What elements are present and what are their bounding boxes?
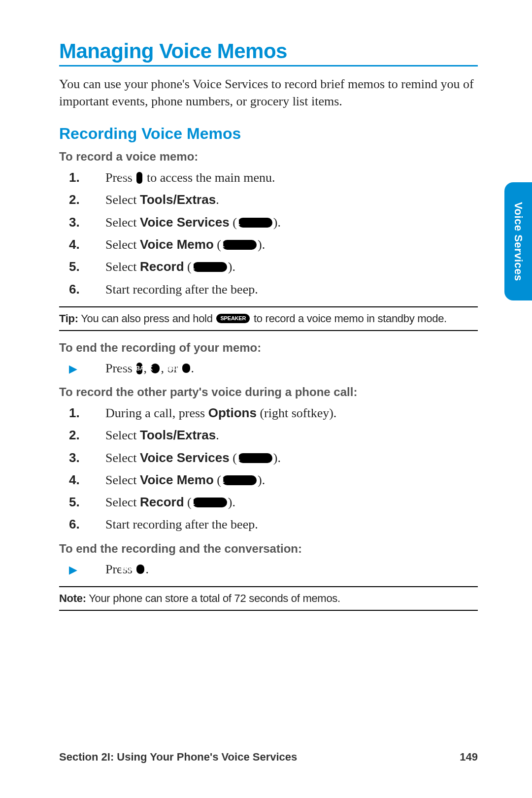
list-item: 1.Press MENUOK to access the main menu. xyxy=(89,167,478,188)
key-1-icon: ✉1 xyxy=(193,262,227,272)
key-1-icon: ✉1 xyxy=(222,240,257,250)
list-item: 5.Select Record (✉1). xyxy=(89,257,478,277)
list-item: ▶Press END/⏻. xyxy=(89,560,478,579)
tip-callout: Tip: You can also press and hold SPEAKER… xyxy=(59,306,478,331)
end-key-icon: END/⏻ xyxy=(182,364,190,373)
list-item: 4.Select Voice Memo (✉1). xyxy=(89,470,478,490)
list-item: 2.Select Tools/Extras. xyxy=(89,425,478,445)
list-item: 6.Start recording after the beep. xyxy=(89,514,478,534)
footer-page-number: 149 xyxy=(460,751,478,764)
side-tab-label: Voice Services xyxy=(512,202,525,281)
subheading-recording: Recording Voice Memos xyxy=(59,125,478,143)
list-item: 1.During a call, press Options (right so… xyxy=(89,403,478,423)
list-item: 3.Select Voice Services (✉1). xyxy=(89,212,478,233)
list-item: 3.Select Voice Services (✉1). xyxy=(89,448,478,468)
key-1-icon: ✉1 xyxy=(193,498,227,507)
list-item: 2.Select Tools/Extras. xyxy=(89,190,478,210)
heading-rule xyxy=(59,65,478,66)
triangle-bullet-icon: ▶ xyxy=(89,562,105,578)
note-callout: Note: Your phone can store a total of 72… xyxy=(59,586,478,611)
list-item: 6.Start recording after the beep. xyxy=(89,279,478,299)
key-1-icon: ✉1 xyxy=(222,475,257,485)
end-key-icon: END/⏻ xyxy=(136,565,144,574)
side-tab-voice-services: Voice Services xyxy=(504,182,532,300)
steps-record-call: 1.During a call, press Options (right so… xyxy=(89,403,478,535)
steps-record: 1.Press MENUOK to access the main menu. … xyxy=(89,167,478,299)
footer-section: Section 2I: Using Your Phone's Voice Ser… xyxy=(59,751,297,764)
back-key-icon: BACK xyxy=(151,364,160,373)
key-1-icon: ✉1 xyxy=(238,218,272,228)
page-title: Managing Voice Memos xyxy=(59,39,478,63)
list-item: 5.Select Record (✉1). xyxy=(89,492,478,512)
manual-page: Voice Services Managing Voice Memos You … xyxy=(0,0,532,798)
speaker-key-icon: SPEAKER xyxy=(216,314,250,323)
page-footer: Section 2I: Using Your Phone's Voice Ser… xyxy=(59,751,478,764)
list-item: ▶Press MENUOK, BACK, or END/⏻. xyxy=(89,359,478,378)
steps-end-conversation: ▶Press END/⏻. xyxy=(89,560,478,579)
lead-end-memo: To end the recording of your memo: xyxy=(59,341,478,355)
lead-end-conversation: To end the recording and the conversatio… xyxy=(59,542,478,556)
steps-end-memo: ▶Press MENUOK, BACK, or END/⏻. xyxy=(89,359,478,378)
lead-record: To record a voice memo: xyxy=(59,150,478,164)
lead-record-call: To record the other party's voice during… xyxy=(59,385,478,399)
intro-paragraph: You can use your phone's Voice Services … xyxy=(59,75,478,110)
key-1-icon: ✉1 xyxy=(238,453,272,463)
list-item: 4.Select Voice Memo (✉1). xyxy=(89,234,478,255)
menu-ok-key-icon: MENUOK xyxy=(136,172,142,184)
triangle-bullet-icon: ▶ xyxy=(89,361,105,377)
